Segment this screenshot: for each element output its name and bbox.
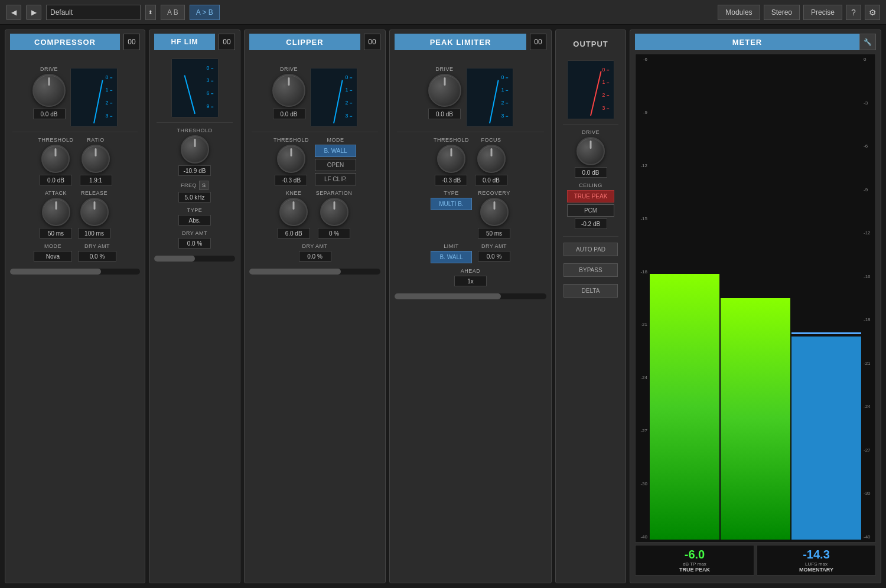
meter-lufs-label2: MOMENTARY [760, 567, 873, 573]
hflim-s-button[interactable]: S [199, 181, 209, 190]
hflim-freq-row: FREQ S [181, 181, 209, 190]
output-ceiling-value: -0.2 dB [575, 218, 607, 229]
hflim-threshold-label: THRESHOLD [177, 128, 212, 133]
compressor-release-group: RELEASE 100 ms [78, 190, 110, 239]
peaklimiter-num: 00 [530, 34, 546, 50]
svg-text:1: 1 [501, 87, 504, 93]
hflim-type-value: Abs. [178, 215, 211, 226]
modules-button[interactable]: Modules [718, 5, 760, 20]
meter-truepeak-value: -6.0 [638, 548, 751, 561]
precise-button[interactable]: Precise [803, 5, 842, 20]
svg-text:1: 1 [345, 87, 348, 93]
svg-rect-10 [172, 59, 218, 117]
svg-rect-20 [311, 68, 357, 126]
peaklimiter-threshold-knob[interactable] [437, 145, 465, 173]
hflim-type-label: TYPE [187, 207, 203, 213]
compressor-title[interactable]: COMPRESSOR [10, 34, 120, 50]
stereo-button[interactable]: Stereo [764, 5, 800, 20]
ab-button[interactable]: A B [161, 5, 185, 20]
clipper-drive-value: 0.0 dB [273, 109, 305, 119]
peaklimiter-dryamt-label: DRY AMT [481, 243, 507, 249]
peaklimiter-multib-btn[interactable]: MULTI B. [431, 198, 472, 210]
peaklimiter-threshold-group: THRESHOLD -0.3 dB [434, 137, 469, 185]
compressor-release-knob[interactable] [80, 198, 109, 226]
output-drive-knob[interactable] [576, 137, 605, 165]
forward-button[interactable]: ▶ [26, 5, 41, 20]
svg-text:3: 3 [501, 113, 504, 119]
peaklimiter-title[interactable]: PEAK LIMITER [395, 34, 526, 50]
peaklimiter-scrollbar[interactable] [395, 293, 546, 299]
hflim-scrollbar[interactable] [154, 256, 235, 262]
peaklimiter-recovery-knob[interactable] [480, 198, 509, 226]
hflim-title[interactable]: HF LIM [154, 34, 215, 50]
preset-input[interactable] [46, 5, 141, 20]
help-button[interactable]: ? [846, 5, 861, 20]
compressor-body: DRIVE 0.0 dB 0 1 2 3 [5, 54, 145, 266]
clipper-scrollbar[interactable] [249, 269, 380, 275]
svg-rect-40 [568, 61, 614, 119]
clipper-title[interactable]: CLIPPER [249, 34, 360, 50]
clipper-drive-knob[interactable] [272, 74, 305, 107]
back-button[interactable]: ◀ [6, 5, 21, 20]
peaklimiter-focus-knob[interactable] [477, 145, 506, 173]
hflim-freq-value: 5.0 kHz [178, 192, 211, 202]
top-bar: ◀ ▶ ⬍ A B A > B Modules Stereo Precise ?… [0, 0, 886, 25]
clipper-sep-knob[interactable] [320, 198, 348, 226]
clipper-mode-label: MODE [327, 137, 344, 143]
hflim-threshold-knob[interactable] [181, 135, 209, 164]
compressor-ratio-value: 1.9:1 [80, 175, 112, 185]
compressor-drive-knob[interactable] [32, 74, 66, 107]
clipper-open-btn[interactable]: OPEN [315, 159, 356, 171]
meter-title[interactable]: METER [635, 34, 859, 50]
hflim-vu-container: 0 3 6 9 [154, 58, 235, 117]
svg-text:1: 1 [105, 87, 108, 93]
output-vu-display: 0 1 2 3 [567, 60, 614, 119]
ab-active-button[interactable]: A > B [190, 5, 220, 20]
compressor-release-label: RELEASE [81, 190, 108, 196]
compressor-threshold-group: THRESHOLD 0.0 dB [38, 137, 73, 185]
compressor-attack-knob[interactable] [42, 198, 70, 226]
peaklimiter-ahead-group: AHEAD 1x [454, 268, 487, 286]
compressor-ratio-knob[interactable] [82, 145, 110, 173]
output-ceiling-label: CEILING [579, 182, 602, 188]
clipper-knee-group: KNEE 6.0 dB [278, 190, 310, 239]
peaklimiter-threshold-label: THRESHOLD [434, 137, 469, 143]
clipper-knee-knob[interactable] [279, 198, 308, 226]
peaklimiter-drive-knob[interactable] [428, 74, 461, 107]
output-bypass-btn[interactable]: BYPASS [563, 263, 618, 277]
peaklimiter-recovery-label: RECOVERY [478, 190, 510, 196]
clipper-module: CLIPPER 00 DRIVE 0.0 dB 0 1 2 3 [244, 30, 386, 583]
clipper-lfclip-btn[interactable]: LF CLIP. [315, 173, 356, 185]
output-truepeak-btn[interactable]: TRUE PEAK [567, 190, 614, 202]
compressor-mode-group: MODE Nova [34, 243, 72, 262]
compressor-threshold-value: 0.0 dB [40, 175, 72, 185]
settings-button[interactable]: ⚙ [865, 5, 880, 20]
clipper-knee-sep: KNEE 6.0 dB SEPARATION 0 % [249, 190, 380, 239]
clipper-sep-group: SEPARATION 0 % [316, 190, 353, 239]
svg-text:6: 6 [206, 90, 209, 96]
output-body: 0 1 2 3 DRIVE 0.0 dB [556, 55, 626, 303]
svg-text:0: 0 [345, 74, 348, 80]
compressor-scrollbar[interactable] [10, 269, 140, 275]
clipper-dryamt-label: DRY AMT [302, 243, 327, 249]
preset-arrows[interactable]: ⬍ [145, 5, 156, 20]
hflim-dryamt-label: DRY AMT [182, 230, 207, 236]
peaklimiter-drive-value: 0.0 dB [428, 109, 461, 119]
peaklimiter-dryamt-value: 0.0 % [478, 251, 510, 262]
clipper-drive-group: DRIVE 0.0 dB [272, 66, 305, 119]
meter-peak-hold [791, 332, 861, 334]
output-autopad-btn[interactable]: AUTO PAD [563, 243, 618, 256]
peaklimiter-bwall-btn[interactable]: B. WALL [431, 251, 472, 263]
meter-wrench-btn[interactable]: 🔧 [859, 34, 876, 50]
meter-truepeak-label1: dB TP max [638, 561, 751, 567]
compressor-mode-dry: MODE Nova DRY AMT 0.0 % [10, 243, 140, 262]
clipper-threshold-knob[interactable] [277, 145, 305, 173]
compressor-dryamt-label: DRY AMT [84, 243, 110, 249]
main-area: COMPRESSOR 00 DRIVE 0.0 dB 0 1 [0, 25, 886, 588]
clipper-bwall-btn[interactable]: B. WALL [315, 145, 356, 157]
output-delta-btn[interactable]: DELTA [563, 284, 618, 298]
compressor-threshold-knob[interactable] [41, 145, 70, 173]
compressor-dryamt-group: DRY AMT 0.0 % [78, 243, 116, 262]
compressor-drive-value: 0.0 dB [33, 109, 66, 119]
output-pcm-btn[interactable]: PCM [567, 204, 614, 217]
